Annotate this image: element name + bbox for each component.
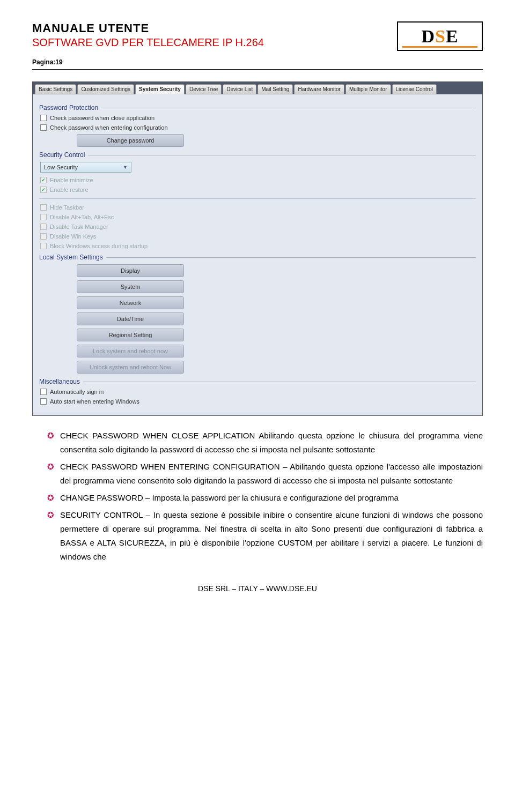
- security-control-heading: Security Control: [39, 151, 85, 159]
- bullet-icon: ✪: [47, 508, 55, 564]
- tab-multiple-monitor[interactable]: Multiple Monitor: [345, 84, 391, 94]
- doc-title: MANUALE UTENTE: [32, 21, 264, 35]
- label-enable-minimize: Enable minimize: [50, 177, 93, 183]
- security-level-select[interactable]: Low Security ▼: [40, 162, 131, 173]
- checkbox-disable-alt[interactable]: [40, 214, 47, 220]
- header-divider: [32, 69, 483, 70]
- system-button[interactable]: System: [77, 280, 184, 293]
- label-block-startup: Block Windows access during startup: [50, 243, 148, 249]
- page-number: Pagina:19: [32, 58, 483, 66]
- label-disable-alt: Disable Alt+Tab, Alt+Esc: [50, 214, 114, 220]
- checkbox-hide-taskbar[interactable]: [40, 204, 47, 211]
- tab-system-security[interactable]: System Security: [135, 84, 185, 94]
- logo-letter-d: D: [421, 26, 435, 46]
- tabs-bar: Basic Settings Customized Settings Syste…: [33, 82, 482, 94]
- unlock-reboot-button[interactable]: Unlock system and reboot Now: [77, 361, 184, 374]
- change-password-button[interactable]: Change password: [77, 134, 184, 147]
- checkbox-disable-win[interactable]: [40, 233, 47, 240]
- bullet-icon: ✪: [47, 460, 55, 488]
- checkbox-disable-tm[interactable]: [40, 224, 47, 230]
- network-button[interactable]: Network: [77, 296, 184, 309]
- regional-setting-button[interactable]: Regional Setting: [77, 329, 184, 341]
- display-button[interactable]: Display: [77, 264, 184, 277]
- paragraph-change-password: CHANGE PASSWORD – Imposta la password pe…: [60, 491, 399, 505]
- label-disable-tm: Disable Task Manager: [50, 224, 108, 230]
- label-close-app: Check password when close application: [50, 115, 154, 121]
- tab-basic-settings[interactable]: Basic Settings: [35, 84, 76, 94]
- checkbox-auto-signin[interactable]: [40, 389, 47, 395]
- label-enter-config: Check password when entering configurati…: [50, 124, 168, 131]
- checkbox-auto-start[interactable]: [40, 398, 47, 405]
- tab-hardware-monitor[interactable]: Hardware Monitor: [294, 84, 344, 94]
- checkbox-enter-config[interactable]: [40, 124, 47, 131]
- page-footer: DSE SRL – ITALY – WWW.DSE.EU: [32, 584, 483, 593]
- password-protection-heading: Password Protection: [39, 104, 98, 111]
- datetime-button[interactable]: Date/Time: [77, 312, 184, 325]
- label-enable-restore: Enable restore: [50, 187, 89, 193]
- logo-letter-s: S: [435, 26, 446, 46]
- logo-letter-e: E: [446, 26, 459, 46]
- bullet-icon: ✪: [47, 491, 55, 505]
- checkbox-block-startup[interactable]: [40, 243, 47, 249]
- bullet-icon: ✪: [47, 429, 55, 457]
- paragraph-security-control: SECURITY CONTROL – In questa sezione è p…: [60, 508, 483, 564]
- lock-reboot-button[interactable]: Lock system and reboot now: [77, 345, 184, 357]
- checkbox-close-app[interactable]: [40, 115, 47, 121]
- tab-device-list[interactable]: Device List: [223, 84, 256, 94]
- settings-window: Basic Settings Customized Settings Syste…: [32, 81, 483, 416]
- checkbox-enable-minimize[interactable]: ✔: [40, 177, 47, 183]
- checkbox-enable-restore[interactable]: ✔: [40, 187, 47, 193]
- tab-device-tree[interactable]: Device Tree: [186, 84, 222, 94]
- paragraph-check-entering: CHECK PASSWORD WHEN ENTERING CONFIGURATI…: [60, 460, 483, 488]
- tab-license-control[interactable]: License Control: [392, 84, 437, 94]
- chevron-down-icon: ▼: [123, 165, 128, 170]
- security-level-value: Low Security: [44, 164, 78, 170]
- tab-mail-setting[interactable]: Mail Setting: [258, 84, 293, 94]
- miscellaneous-heading: Miscellaneous: [39, 378, 80, 385]
- label-auto-signin: Automatically sign in: [50, 389, 104, 395]
- local-system-heading: Local System Settings: [39, 254, 103, 261]
- label-auto-start: Auto start when entering Windows: [50, 398, 139, 405]
- paragraph-check-close: CHECK PASSWORD WHEN CLOSE APPLICATION Ab…: [60, 429, 483, 457]
- label-disable-win: Disable Win Keys: [50, 233, 96, 240]
- tab-customized-settings[interactable]: Customized Settings: [77, 84, 134, 94]
- doc-subtitle: SOFTWARE GVD PER TELECAMERE IP H.264: [32, 36, 264, 49]
- brand-logo: DSE: [397, 21, 483, 51]
- label-hide-taskbar: Hide Taskbar: [50, 204, 84, 211]
